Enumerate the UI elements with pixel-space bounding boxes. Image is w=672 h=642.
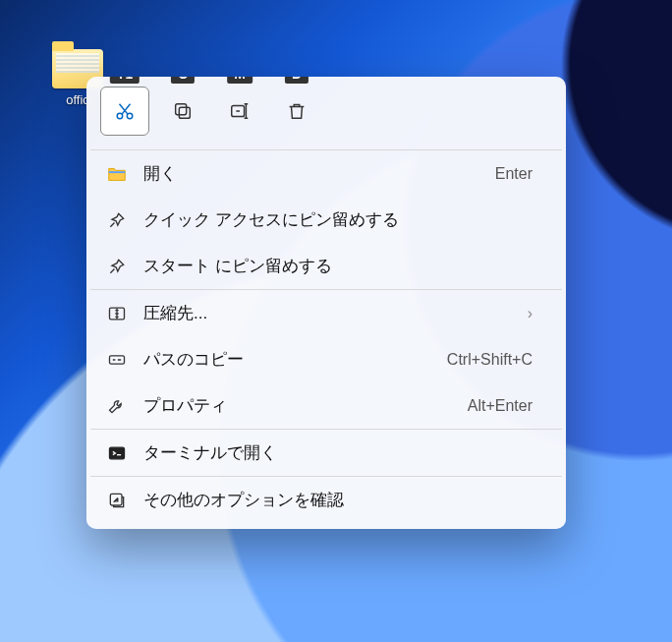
wrench-icon: [106, 395, 128, 417]
chevron-right-icon: ›: [528, 305, 532, 322]
pin-icon: [106, 209, 128, 231]
context-menu: T1 C M D: [86, 77, 566, 529]
menu-item-label: ターミナルで開く: [143, 441, 546, 464]
menu-item-copy-path[interactable]: パスのコピー Ctrl+Shift+C A: [86, 336, 566, 382]
menu-item-label: プロパティ: [143, 394, 452, 417]
menu-item-shortcut: Enter: [495, 165, 532, 183]
trash-icon: [286, 100, 308, 122]
delete-button[interactable]: D: [273, 88, 320, 135]
pin-icon: [106, 256, 128, 277]
hint-tag: D: [285, 77, 308, 84]
menu-item-label: 開く: [143, 162, 479, 185]
menu-item-label: クイック アクセスにピン留めする: [143, 208, 546, 231]
scissors-icon: [114, 100, 136, 122]
menu-item-open[interactable]: 開く Enter O: [86, 150, 566, 197]
copy-button[interactable]: C: [159, 88, 206, 135]
archive-icon: [106, 303, 128, 324]
copy-icon: [172, 100, 194, 122]
menu-item-label: スタート にピン留めする: [143, 255, 546, 277]
menu-item-properties[interactable]: プロパティ Alt+Enter R: [86, 382, 566, 429]
menu-item-label: その他のオプションを確認: [143, 489, 546, 511]
terminal-icon: [106, 442, 128, 464]
menu-item-label: 圧縮先...: [143, 302, 512, 324]
rename-icon: [229, 100, 251, 122]
path-icon: [106, 349, 128, 371]
menu-item-pin-start[interactable]: スタート にピン留めする P: [86, 243, 566, 289]
menu-item-pin-quick-access[interactable]: クイック アクセスにピン留めする Q: [86, 197, 566, 243]
menu-item-shortcut: Ctrl+Shift+C: [447, 351, 532, 369]
svg-rect-2: [179, 107, 190, 118]
context-menu-topbar: T1 C M D: [86, 77, 566, 149]
menu-item-terminal[interactable]: ターミナルで開く T2: [86, 430, 566, 476]
menu-item-compress[interactable]: 圧縮先... ›: [86, 290, 566, 336]
svg-rect-7: [110, 355, 125, 363]
folder-open-icon: [106, 163, 128, 185]
hint-tag: M: [227, 77, 252, 84]
svg-rect-3: [176, 104, 187, 115]
menu-item-more-options[interactable]: その他のオプションを確認 W: [86, 477, 566, 523]
hint-tag: T1: [110, 77, 140, 84]
rename-button[interactable]: M: [216, 88, 263, 135]
svg-rect-8: [110, 447, 125, 459]
svg-rect-5: [109, 171, 126, 173]
svg-point-0: [117, 113, 123, 119]
more-options-icon: [106, 490, 128, 511]
menu-item-shortcut: Alt+Enter: [468, 397, 532, 415]
hint-tag: C: [171, 77, 195, 84]
menu-item-label: パスのコピー: [143, 348, 431, 371]
svg-point-1: [127, 113, 133, 119]
cut-button[interactable]: T1: [100, 87, 149, 136]
